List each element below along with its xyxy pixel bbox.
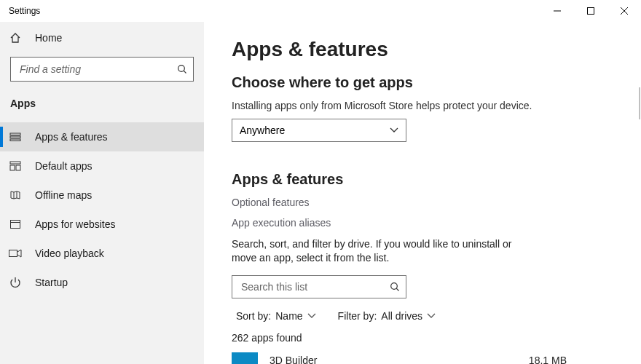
sidebar-item-video-playback[interactable]: Video playback bbox=[0, 239, 204, 268]
home-nav[interactable]: Home bbox=[0, 23, 204, 52]
svg-rect-10 bbox=[10, 165, 15, 170]
chevron-down-icon bbox=[307, 313, 316, 319]
app-execution-aliases-link[interactable]: App execution aliases bbox=[232, 217, 612, 229]
app-icon bbox=[232, 352, 258, 364]
window-title: Settings bbox=[9, 6, 40, 16]
close-button[interactable] bbox=[607, 0, 641, 22]
home-label: Home bbox=[35, 32, 62, 44]
choose-apps-help: Installing apps only from Microsoft Stor… bbox=[232, 100, 612, 111]
svg-rect-1 bbox=[588, 8, 594, 15]
svg-rect-12 bbox=[11, 221, 20, 229]
minimize-button[interactable] bbox=[540, 0, 574, 22]
sidebar-item-label: Video playback bbox=[35, 248, 104, 259]
apps-count: 262 apps found bbox=[232, 332, 612, 344]
sidebar-item-label: Startup bbox=[35, 277, 68, 288]
sort-value: Name bbox=[275, 310, 302, 322]
sidebar-item-label: Apps & features bbox=[35, 131, 108, 143]
svg-rect-9 bbox=[10, 162, 20, 164]
sidebar-item-startup[interactable]: Startup bbox=[0, 268, 204, 297]
svg-line-5 bbox=[184, 71, 186, 73]
svg-rect-6 bbox=[10, 133, 20, 135]
chevron-down-icon bbox=[427, 313, 436, 319]
sidebar: Home Apps Apps & features bbox=[0, 22, 204, 364]
sidebar-item-label: Offline maps bbox=[35, 189, 92, 201]
apps-for-websites-icon bbox=[9, 218, 22, 230]
sidebar-item-offline-maps[interactable]: Offline maps bbox=[0, 181, 204, 210]
svg-rect-11 bbox=[16, 165, 20, 170]
svg-rect-8 bbox=[10, 139, 20, 141]
search-help-text: Search, sort, and filter by drive. If yo… bbox=[232, 237, 538, 265]
app-row[interactable]: 3D Builder 18.1 MB bbox=[232, 351, 567, 364]
search-list-field[interactable] bbox=[240, 280, 390, 293]
apps-features-header: Apps & features bbox=[232, 171, 612, 188]
sidebar-item-label: Apps for websites bbox=[35, 218, 116, 230]
section-apps-label: Apps bbox=[0, 86, 204, 115]
window-controls bbox=[540, 0, 641, 22]
scrollbar[interactable] bbox=[639, 87, 640, 119]
optional-features-link[interactable]: Optional features bbox=[232, 197, 612, 208]
svg-point-4 bbox=[178, 66, 185, 72]
search-list-input[interactable] bbox=[232, 275, 406, 298]
choose-apps-dropdown[interactable]: Anywhere bbox=[232, 119, 406, 142]
page-title: Apps & features bbox=[232, 38, 612, 61]
sort-label: Sort by: bbox=[236, 310, 271, 322]
svg-point-16 bbox=[391, 282, 398, 289]
title-bar: Settings bbox=[0, 0, 641, 22]
apps-features-icon bbox=[9, 131, 22, 143]
svg-line-17 bbox=[396, 288, 398, 290]
find-setting-input[interactable] bbox=[10, 57, 194, 82]
choose-apps-value: Anywhere bbox=[240, 124, 285, 136]
default-apps-icon bbox=[9, 160, 22, 172]
video-playback-icon bbox=[9, 248, 22, 258]
search-icon bbox=[390, 282, 400, 292]
filter-label: Filter by: bbox=[338, 310, 377, 322]
filter-value: All drives bbox=[381, 310, 422, 322]
main-content: Apps & features Choose where to get apps… bbox=[204, 22, 641, 364]
sidebar-item-label: Default apps bbox=[35, 160, 93, 172]
search-icon bbox=[177, 64, 187, 74]
find-setting-field[interactable] bbox=[18, 63, 177, 76]
home-icon bbox=[9, 32, 22, 44]
choose-apps-header: Choose where to get apps bbox=[232, 74, 612, 91]
app-size: 18.1 MB bbox=[529, 355, 567, 364]
maximize-button[interactable] bbox=[574, 0, 607, 22]
sidebar-item-apps-features[interactable]: Apps & features bbox=[0, 122, 204, 151]
sidebar-item-default-apps[interactable]: Default apps bbox=[0, 151, 204, 181]
filter-by-control[interactable]: Filter by: All drives bbox=[338, 310, 436, 322]
app-name: 3D Builder bbox=[270, 355, 517, 364]
svg-rect-14 bbox=[9, 250, 17, 257]
chevron-down-icon bbox=[390, 127, 398, 133]
startup-icon bbox=[9, 277, 22, 288]
offline-maps-icon bbox=[9, 189, 22, 201]
svg-rect-7 bbox=[10, 136, 20, 138]
sort-by-control[interactable]: Sort by: Name bbox=[236, 310, 316, 322]
sidebar-item-apps-for-websites[interactable]: Apps for websites bbox=[0, 210, 204, 239]
